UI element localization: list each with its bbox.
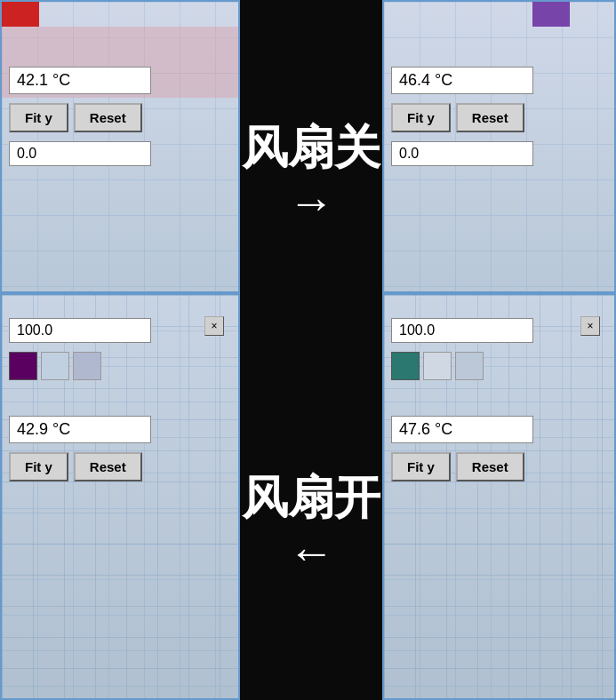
- bottom-right-value: 100.0: [391, 318, 533, 343]
- fan-off-label: 风扇关→: [240, 120, 382, 231]
- bottom-right-reset-button[interactable]: Reset: [456, 452, 524, 481]
- bottom-left-panel: × 100.0 42.9 °C Fit y Reset: [0, 293, 240, 700]
- swatch-light-gray2: [455, 352, 484, 380]
- top-right-fity-button[interactable]: Fit y: [391, 103, 451, 132]
- swatch-teal: [391, 352, 420, 380]
- bottom-right-temp: 47.6 °C: [391, 416, 533, 443]
- top-right-temp: 46.4 °C: [391, 67, 533, 94]
- top-right-reset-button[interactable]: Reset: [456, 103, 524, 132]
- top-left-panel: 42.1 °C Fit y Reset 0.0: [0, 0, 240, 293]
- top-left-fity-button[interactable]: Fit y: [9, 103, 68, 132]
- swatch-light-blue: [41, 352, 69, 380]
- bottom-left-value: 100.0: [9, 318, 151, 343]
- top-right-value: 0.0: [391, 141, 533, 166]
- top-right-panel: 46.4 °C Fit y Reset 0.0: [382, 0, 616, 293]
- top-left-reset-button[interactable]: Reset: [74, 103, 142, 132]
- swatch-light-purple: [73, 352, 101, 380]
- bottom-right-panel: × 100.0 47.6 °C Fit y Reset: [382, 293, 616, 700]
- swatch-light-gray: [423, 352, 452, 380]
- bottom-right-close-button[interactable]: ×: [580, 316, 600, 336]
- bottom-left-reset-button[interactable]: Reset: [74, 452, 142, 481]
- top-left-temp: 42.1 °C: [9, 67, 151, 94]
- bottom-left-swatches: [9, 352, 231, 380]
- center-overlay: 风扇关→ 风扇开←: [240, 0, 382, 700]
- top-left-value: 0.0: [9, 141, 151, 166]
- bottom-left-close-button[interactable]: ×: [204, 316, 224, 336]
- swatch-dark-purple: [9, 352, 37, 380]
- bottom-left-fity-button[interactable]: Fit y: [9, 452, 68, 481]
- fan-on-label: 风扇开←: [240, 470, 382, 581]
- bottom-right-swatches: [391, 352, 607, 380]
- bottom-left-temp: 42.9 °C: [9, 416, 151, 443]
- bottom-right-fity-button[interactable]: Fit y: [391, 452, 451, 481]
